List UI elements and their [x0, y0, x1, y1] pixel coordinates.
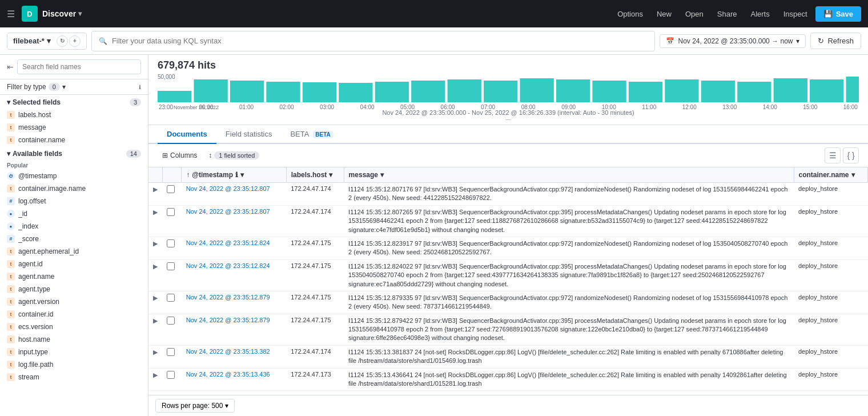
kql-search-bar[interactable]: 🔍 [91, 31, 656, 51]
timestamp-column-header[interactable]: ↑ @timestamp ℹ ▾ [182, 167, 286, 183]
checkbox-cell[interactable] [162, 259, 182, 291]
available-field-item[interactable]: tcontainer.image.name [0, 182, 148, 195]
row-checkbox[interactable] [167, 371, 175, 379]
field-type-badge: # [7, 235, 15, 243]
available-field-item[interactable]: tecs.version [0, 321, 148, 333]
available-field-item[interactable]: thost.name [0, 333, 148, 346]
checkbox-cell[interactable] [162, 237, 182, 259]
expand-icon[interactable]: ▶ [153, 240, 158, 247]
expand-cell[interactable]: ▶ [148, 205, 162, 237]
host-cell: 172.24.47.174 [286, 205, 344, 237]
filter-type-label[interactable]: Filter by type 0 ▾ [7, 83, 66, 91]
checkbox-cell[interactable] [162, 205, 182, 237]
svg-rect-0 [158, 91, 191, 102]
json-view-button[interactable]: { } [843, 147, 859, 163]
alerts-button[interactable]: Alerts [745, 6, 775, 22]
rows-per-page-button[interactable]: Rows per page: 500 ▾ [155, 399, 235, 413]
chevron-down-icon: ▾ [380, 171, 384, 179]
sort-button[interactable]: ↕ 1 field sorted [208, 151, 259, 159]
expand-icon[interactable]: ▶ [153, 186, 158, 193]
row-checkbox[interactable] [167, 294, 175, 302]
bottom-bar: Rows per page: 500 ▾ [148, 395, 868, 416]
available-field-item[interactable]: tagent.name [0, 270, 148, 283]
available-field-item[interactable]: ●_index [0, 220, 148, 233]
expand-icon[interactable]: ▶ [153, 349, 158, 355]
expand-icon[interactable]: ▶ [153, 317, 158, 324]
info-icon[interactable]: ℹ [139, 84, 141, 90]
expand-cell[interactable]: ▶ [148, 237, 162, 259]
container-name-column-header[interactable]: container.name ▾ [794, 167, 868, 183]
expand-cell[interactable]: ▶ [148, 183, 162, 206]
columns-icon: ⊞ [162, 151, 168, 159]
expand-cell[interactable]: ▶ [148, 345, 162, 368]
refresh-button[interactable]: ↻ Refresh [810, 33, 861, 49]
available-field-item[interactable]: tlog.file.path [0, 358, 148, 371]
expand-icon[interactable]: ▶ [153, 209, 158, 215]
selected-fields-list: tlabels.hosttmessagetcontainer.name [0, 109, 148, 146]
new-button[interactable]: New [651, 6, 677, 22]
collapse-icon[interactable]: ⇤ [7, 62, 14, 71]
row-checkbox[interactable] [167, 348, 175, 356]
available-field-item[interactable]: #log.offset [0, 195, 148, 207]
available-field-item[interactable]: ●_id [0, 207, 148, 220]
grid-view-button[interactable]: ☰ [825, 147, 841, 163]
available-field-item[interactable]: tstream [0, 371, 148, 383]
save-button[interactable]: 💾 Save [815, 6, 861, 22]
selected-field-item[interactable]: tlabels.host [0, 109, 148, 121]
svg-rect-16 [737, 82, 771, 102]
selected-field-item[interactable]: tmessage [0, 121, 148, 134]
checkbox-cell[interactable] [162, 291, 182, 314]
available-field-item[interactable]: tagent.type [0, 283, 148, 295]
row-checkbox[interactable] [167, 262, 175, 270]
expand-icon[interactable]: ▶ [153, 263, 158, 270]
sync-icon[interactable]: ↻ [57, 35, 68, 47]
time-range-picker[interactable]: 📅 Nov 24, 2022 @ 23:35:00.000 → now ▾ [660, 34, 806, 48]
selected-field-item[interactable]: tcontainer.name [0, 134, 148, 146]
available-field-item[interactable]: tagent.ephemeral_id [0, 245, 148, 258]
available-fields-header[interactable]: ▾ Available fields 14 [0, 146, 148, 160]
index-selector[interactable]: filebeat-* ▾ ↻ + [7, 33, 87, 50]
expand-icon[interactable]: ▶ [153, 294, 158, 301]
row-checkbox[interactable] [167, 208, 175, 216]
expand-cell[interactable]: ▶ [148, 291, 162, 314]
available-field-item[interactable]: tcontainer.id [0, 308, 148, 321]
histogram-chart[interactable]: 50,000 [158, 74, 859, 108]
expand-icon[interactable]: ▶ [153, 371, 158, 378]
available-field-item[interactable]: tagent.id [0, 258, 148, 270]
expand-cell[interactable]: ▶ [148, 314, 162, 345]
tab-documents[interactable]: Documents [158, 125, 216, 144]
discover-button[interactable]: Discover ▾ [42, 9, 82, 18]
share-button[interactable]: Share [712, 6, 743, 22]
columns-button[interactable]: ⊞ Columns [158, 149, 202, 162]
field-type-badge: t [7, 323, 15, 331]
plus-icon[interactable]: + [69, 35, 81, 47]
options-button[interactable]: Options [612, 6, 649, 22]
row-checkbox[interactable] [167, 185, 175, 193]
field-search-input[interactable] [17, 59, 141, 74]
checkbox-cell[interactable] [162, 345, 182, 368]
available-field-item[interactable]: tagent.version [0, 295, 148, 308]
expand-cell[interactable]: ▶ [148, 259, 162, 291]
row-checkbox[interactable] [167, 317, 175, 325]
inspect-button[interactable]: Inspect [778, 6, 813, 22]
selected-fields-header[interactable]: ▾ Selected fields 3 [0, 95, 148, 109]
available-field-item[interactable]: ⏱@timestamp [0, 170, 148, 182]
message-column-header[interactable]: message ▾ [344, 167, 794, 183]
labels-host-column-header[interactable]: labels.host ▾ [286, 167, 344, 183]
tab-beta[interactable]: BETA BETA [281, 125, 341, 144]
drag-handle[interactable]: — [158, 116, 859, 122]
checkbox-cell[interactable] [162, 368, 182, 391]
tabs-row: Documents Field statistics BETA BETA [148, 125, 868, 144]
checkbox-cell[interactable] [162, 183, 182, 206]
toolbar-row: ⊞ Columns ↕ 1 field sorted ☰ { } [148, 144, 868, 167]
available-field-item[interactable]: tinput.type [0, 346, 148, 358]
checkbox-cell[interactable] [162, 314, 182, 345]
open-button[interactable]: Open [680, 6, 709, 22]
row-checkbox[interactable] [167, 239, 175, 247]
menu-icon[interactable]: ☰ [7, 9, 15, 19]
field-type-badge: t [7, 123, 15, 131]
kql-input[interactable] [112, 37, 648, 45]
expand-cell[interactable]: ▶ [148, 368, 162, 391]
available-field-item[interactable]: #_score [0, 233, 148, 245]
tab-field-statistics[interactable]: Field statistics [216, 125, 282, 144]
